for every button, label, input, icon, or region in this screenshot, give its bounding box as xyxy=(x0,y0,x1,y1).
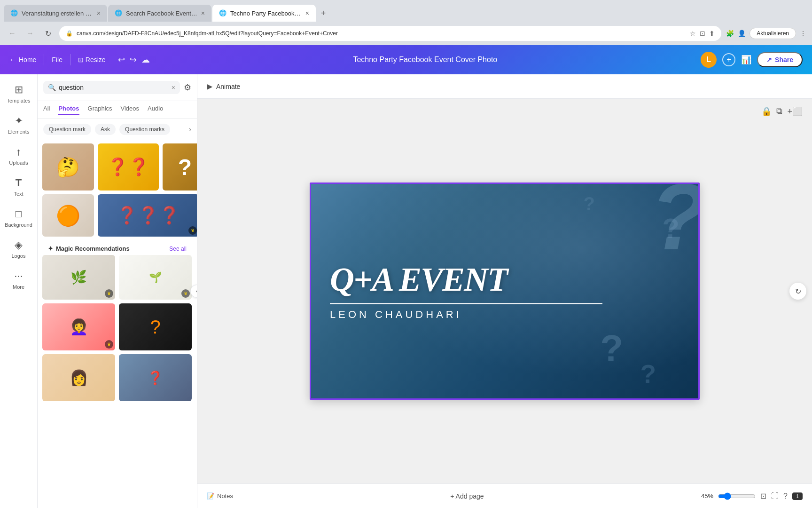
image-row-2: 🟠 ❓❓❓ ♛ xyxy=(42,194,192,237)
clear-search-button[interactable]: × xyxy=(172,84,175,91)
sidebar-item-elements[interactable]: ✦ Elements xyxy=(2,110,36,139)
file-menu[interactable]: File xyxy=(52,56,62,64)
tab-photos[interactable]: Photos xyxy=(58,105,79,115)
search-input[interactable] xyxy=(59,84,169,91)
analytics-button[interactable]: 📊 xyxy=(741,55,751,65)
undo-button[interactable]: ↩ xyxy=(118,55,125,65)
animate-label[interactable]: Animate xyxy=(216,83,240,90)
extensions-icon[interactable]: 🧩 xyxy=(726,30,734,37)
tab2-label: Search Facebook Event Cover xyxy=(126,10,197,17)
tab2-close[interactable]: × xyxy=(201,9,205,17)
magic-thumb-1[interactable]: 🌿 ♛ xyxy=(42,255,115,300)
chips-row: Question mark Ask Question marks › xyxy=(38,119,197,140)
chip-question-marks[interactable]: Question marks xyxy=(119,124,170,135)
new-tab-button[interactable]: + xyxy=(317,7,330,20)
zoom-controls: 45% ⊡ ⛶ ? 1 xyxy=(701,492,803,500)
fit-page-icon[interactable]: ⊡ xyxy=(760,492,766,500)
sidebar-item-templates[interactable]: ⊞ Templates xyxy=(2,79,36,108)
resize-menu[interactable]: ⊡ Resize xyxy=(78,56,106,64)
animate-icon: ▶ xyxy=(207,82,212,91)
text-icon: T xyxy=(16,177,22,189)
update-button[interactable]: Aktualisieren xyxy=(750,28,796,39)
browser-chrome: 🌐 Veranstaltung erstellen | Fac... × 🌐 S… xyxy=(0,0,812,45)
canvas-frame: ? ? ? ? ? Q+A EVENT LEON CHAUDHARI xyxy=(310,183,700,400)
magic-thumb-3[interactable]: 👩‍🦱 ♛ xyxy=(42,303,115,350)
image-thumb-5[interactable]: ❓❓❓ ♛ xyxy=(98,194,197,237)
user-profile-icon[interactable]: 👤 xyxy=(738,30,746,37)
see-all-button[interactable]: See all xyxy=(169,246,187,252)
image-thumb-2[interactable]: ❓❓ xyxy=(98,143,159,190)
canvas-workspace[interactable]: 🔒 ⧉ +⬜ ? ? ? ? xyxy=(197,99,812,484)
design-canvas[interactable]: ? ? ? ? ? Q+A EVENT LEON CHAUDHARI xyxy=(310,183,700,400)
share-addr-icon[interactable]: ⬆ xyxy=(709,30,715,37)
magic-thumb-4[interactable]: ? xyxy=(119,303,192,350)
add-collaborator-button[interactable]: + xyxy=(722,53,735,66)
left-sidebar: ⊞ Templates ✦ Elements ↑ Uploads T Text … xyxy=(0,74,38,508)
image-thumb-4[interactable]: 🟠 xyxy=(42,194,94,237)
sidebar-item-background[interactable]: □ Background xyxy=(2,203,36,232)
chips-scroll-right[interactable]: › xyxy=(189,125,191,134)
gold-qmark-image: ? xyxy=(163,143,197,190)
app: ← Home File ⊡ Resize ↩ ↪ ☁ Techno Party … xyxy=(0,45,812,508)
canvas-refresh-button[interactable]: ↻ xyxy=(789,283,806,300)
chip-question-mark[interactable]: Question mark xyxy=(43,124,91,135)
premium-badge-m1: ♛ xyxy=(105,289,113,298)
more-menu-icon[interactable]: ⋮ xyxy=(800,30,806,37)
3d-orange-qmark-image: 🟠 xyxy=(42,194,94,237)
address-bar-row: ← → ↻ 🔒 canva.com/design/DAFD-F8CnAU/e4e… xyxy=(0,22,812,45)
animate-bar: ▶ Animate xyxy=(197,74,812,99)
filter-button[interactable]: ⚙ xyxy=(184,82,191,93)
magic-thumb-6[interactable]: ❓ xyxy=(119,354,192,401)
reload-button[interactable]: ↻ xyxy=(41,27,55,40)
tab-graphics[interactable]: Graphics xyxy=(88,105,112,115)
magic-thumb-5[interactable]: 👩 xyxy=(42,354,115,401)
search-bar: 🔍 × ⚙ xyxy=(38,74,197,101)
zoom-slider[interactable] xyxy=(718,492,756,500)
notes-label: Notes xyxy=(217,492,233,500)
magic-thumb-2[interactable]: 🌱 ♛ xyxy=(119,255,192,300)
tab1-close[interactable]: × xyxy=(97,9,101,17)
page-number-badge: 1 xyxy=(792,492,803,500)
browser-tab-1[interactable]: 🌐 Veranstaltung erstellen | Fac... × xyxy=(4,5,107,22)
duplicate-canvas-icon[interactable]: ⧉ xyxy=(776,106,782,117)
browser-tab-3[interactable]: 🌐 Techno Party Facebook Event ... × xyxy=(212,5,316,22)
address-bar[interactable]: 🔒 canva.com/design/DAFD-F8CnAU/e4ec5j_K8… xyxy=(59,26,721,41)
user-avatar[interactable]: L xyxy=(701,52,717,68)
premium-badge-m2: ♛ xyxy=(181,289,190,298)
redo-button[interactable]: ↪ xyxy=(130,55,137,65)
help-icon[interactable]: ? xyxy=(783,492,788,500)
fullscreen-icon[interactable]: ⛶ xyxy=(771,492,779,500)
sidebar-item-uploads[interactable]: ↑ Uploads xyxy=(2,141,36,170)
chip-ask[interactable]: Ask xyxy=(95,124,116,135)
home-button[interactable]: ← Home xyxy=(9,56,36,64)
lock-canvas-icon[interactable]: 🔒 xyxy=(761,106,772,117)
share-button[interactable]: ↗ Share xyxy=(757,52,803,67)
browser-tab-2[interactable]: 🌐 Search Facebook Event Cover × xyxy=(108,5,211,22)
uploads-icon: ↑ xyxy=(16,146,21,158)
add-page-top-icon[interactable]: +⬜ xyxy=(787,106,803,117)
screen-icon[interactable]: ⊡ xyxy=(700,30,705,37)
design-background: ? ? ? ? ? Q+A EVENT LEON CHAUDHARI xyxy=(311,184,698,398)
qmark-bg-medium2: ? xyxy=(662,212,679,245)
tab3-close[interactable]: × xyxy=(305,9,309,17)
save-button[interactable]: ☁ xyxy=(141,55,150,65)
tab3-favicon: 🌐 xyxy=(219,9,226,17)
tab-all[interactable]: All xyxy=(43,105,50,115)
bookmark-icon[interactable]: ☆ xyxy=(690,30,696,37)
sidebar-item-text[interactable]: T Text xyxy=(2,172,36,201)
tab-videos[interactable]: Videos xyxy=(121,105,140,115)
image-thumb-3[interactable]: ? xyxy=(163,143,197,190)
add-page-button[interactable]: + Add page xyxy=(233,492,701,500)
notes-icon: 📝 xyxy=(207,492,214,500)
tab-audio[interactable]: Audio xyxy=(148,105,163,115)
sidebar-item-logos[interactable]: ◈ Logos xyxy=(2,234,36,263)
address-text: canva.com/design/DAFD-F8CnAU/e4ec5j_K8nf… xyxy=(77,30,686,37)
image-thumb-1[interactable]: 🤔 xyxy=(42,143,94,190)
notes-button[interactable]: 📝 Notes xyxy=(207,492,233,500)
back-button[interactable]: ← xyxy=(6,27,19,40)
more-icon: ··· xyxy=(14,270,23,282)
forward-button[interactable]: → xyxy=(23,27,37,40)
top-toolbar: ← Home File ⊡ Resize ↩ ↪ ☁ Techno Party … xyxy=(0,45,812,74)
uploads-label: Uploads xyxy=(9,160,28,166)
sidebar-item-more[interactable]: ··· More xyxy=(2,265,36,294)
